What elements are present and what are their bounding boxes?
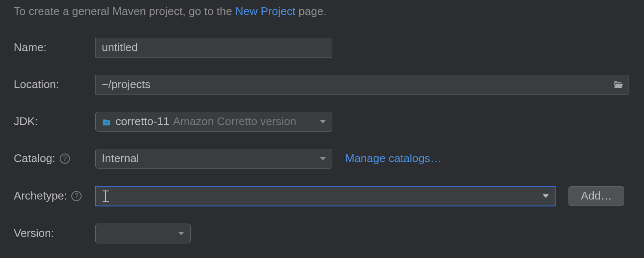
archetype-label: Archetype: [14, 189, 67, 203]
help-icon[interactable]: ? [60, 154, 70, 164]
jdk-dropdown[interactable]: corretto-11 Amazon Corretto version [95, 112, 332, 132]
catalog-dropdown[interactable]: Internal [95, 149, 332, 169]
name-row: Name: [14, 38, 630, 58]
jdk-row: JDK: corretto-11 Amazon Corretto version [14, 112, 630, 132]
text-cursor-icon [102, 190, 109, 202]
version-dropdown[interactable] [95, 224, 191, 243]
location-row: Location: [14, 75, 630, 95]
jdk-label: JDK: [14, 115, 95, 128]
hint-prefix: To create a general Maven project, go to… [14, 5, 235, 18]
archetype-row: Archetype: ? Add… [14, 186, 630, 206]
chevron-down-icon [320, 157, 326, 160]
jdk-folder-icon [102, 117, 111, 126]
folder-open-icon[interactable] [613, 80, 623, 90]
chevron-down-icon [543, 194, 549, 198]
version-row: Version: [14, 224, 630, 243]
chevron-down-icon [178, 232, 184, 235]
chevron-down-icon [320, 120, 326, 123]
add-button[interactable]: Add… [568, 186, 624, 206]
jdk-selected-desc: Amazon Corretto version [173, 115, 297, 128]
location-label: Location: [14, 78, 95, 91]
help-icon[interactable]: ? [71, 191, 82, 201]
hint-text: To create a general Maven project, go to… [14, 4, 630, 19]
hint-suffix: page. [295, 5, 326, 18]
catalog-label: Catalog: [14, 152, 55, 165]
new-project-link[interactable]: New Project [235, 5, 295, 18]
jdk-selected-name: corretto-11 [115, 115, 170, 128]
manage-catalogs-link[interactable]: Manage catalogs… [345, 152, 441, 165]
catalog-row: Catalog: ? Internal Manage catalogs… [14, 149, 630, 169]
catalog-selected: Internal [102, 152, 139, 165]
version-label: Version: [14, 227, 95, 240]
location-input[interactable] [95, 75, 629, 95]
name-label: Name: [14, 41, 95, 54]
archetype-dropdown[interactable] [95, 186, 556, 206]
name-input[interactable] [95, 38, 332, 58]
